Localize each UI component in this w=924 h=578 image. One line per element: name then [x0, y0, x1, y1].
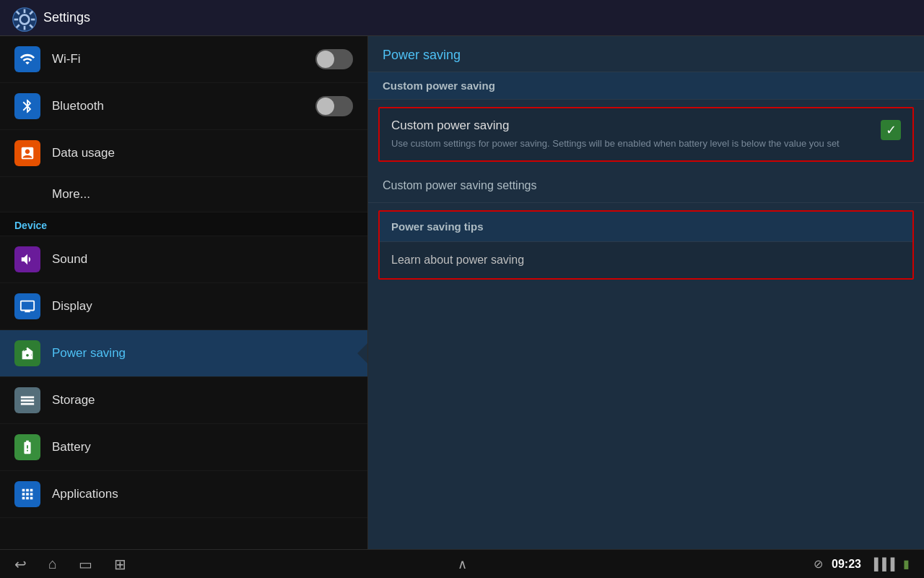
custom-power-checkbox[interactable]: ✓ — [881, 120, 901, 140]
display-icon — [14, 293, 40, 319]
sidebar-item-display[interactable]: Display — [0, 283, 367, 330]
power-icon — [14, 340, 40, 366]
bluetooth-toggle[interactable] — [315, 96, 353, 116]
custom-power-title: Custom power saving — [391, 118, 872, 133]
device-section-header: Device — [0, 212, 367, 236]
up-arrow-button[interactable]: ∧ — [458, 557, 467, 571]
content-panel: Power saving Custom power saving Custom … — [368, 36, 924, 549]
custom-power-settings-link[interactable]: Custom power saving settings — [368, 169, 924, 203]
recents-button[interactable]: ▭ — [79, 556, 92, 573]
sidebar-item-bluetooth[interactable]: Bluetooth — [0, 83, 367, 130]
no-sim-icon: ⊘ — [814, 557, 823, 571]
status-bar: ⊘ 09:23 ▐▐▐ ▮ — [814, 557, 910, 571]
sidebar-item-sound[interactable]: Sound — [0, 236, 367, 283]
custom-power-section-header: Custom power saving — [368, 72, 924, 100]
custom-power-text: Custom power saving Use custom settings … — [391, 118, 872, 150]
battery-icon — [14, 434, 40, 460]
sound-label: Sound — [52, 252, 87, 267]
app-title: Settings — [43, 10, 90, 25]
display-label: Display — [52, 299, 92, 314]
storage-label: Storage — [52, 393, 95, 407]
sound-icon — [14, 246, 40, 272]
data-usage-icon — [14, 140, 40, 166]
screenshot-button[interactable]: ⊞ — [114, 556, 126, 573]
battery-status-icon: ▮ — [903, 557, 910, 571]
sidebar-item-power[interactable]: Power saving — [0, 330, 367, 377]
status-time: 09:23 — [832, 558, 861, 571]
wifi-toggle[interactable] — [315, 49, 353, 69]
bluetooth-toggle-knob — [317, 98, 334, 115]
battery-label: Battery — [52, 440, 91, 454]
sidebar-item-storage[interactable]: Storage — [0, 377, 367, 424]
bottom-nav: ↩ ⌂ ▭ ⊞ — [14, 556, 126, 573]
sidebar-item-applications[interactable]: Applications — [0, 471, 367, 518]
home-button[interactable]: ⌂ — [48, 556, 57, 572]
page-title: Power saving — [368, 36, 924, 72]
main-layout: Wi-Fi Bluetooth Data usa — [0, 36, 924, 549]
sidebar-item-data[interactable]: Data usage — [0, 130, 367, 177]
wifi-label: Wi-Fi — [52, 52, 81, 66]
power-label: Power saving — [52, 346, 126, 361]
active-indicator — [357, 343, 367, 363]
sidebar-item-wifi[interactable]: Wi-Fi — [0, 36, 367, 83]
bottom-bar: ↩ ⌂ ▭ ⊞ ∧ ⊘ 09:23 ▐▐▐ ▮ — [0, 549, 924, 578]
wifi-icon — [14, 46, 40, 72]
sidebar-item-more[interactable]: More... — [0, 177, 367, 212]
bluetooth-icon — [14, 93, 40, 119]
bluetooth-label: Bluetooth — [52, 99, 104, 113]
tips-section-header: Power saving tips — [380, 212, 912, 242]
custom-power-description: Use custom settings for power saving. Se… — [391, 137, 872, 150]
applications-icon — [14, 481, 40, 507]
data-usage-label: Data usage — [52, 146, 115, 160]
wifi-toggle-knob — [317, 51, 334, 68]
learn-about-power-saving[interactable]: Learn about power saving — [380, 242, 912, 278]
settings-gear-icon — [12, 7, 35, 30]
sidebar: Wi-Fi Bluetooth Data usa — [0, 36, 368, 549]
tips-section: Power saving tips Learn about power savi… — [378, 210, 914, 280]
back-button[interactable]: ↩ — [14, 556, 27, 573]
sidebar-item-battery[interactable]: Battery — [0, 424, 367, 471]
more-label: More... — [52, 187, 90, 202]
top-bar: Settings — [0, 0, 924, 36]
custom-power-saving-item[interactable]: Custom power saving Use custom settings … — [378, 107, 914, 162]
applications-label: Applications — [52, 487, 118, 501]
storage-icon — [14, 387, 40, 413]
signal-icon: ▐▐▐ — [870, 558, 894, 571]
